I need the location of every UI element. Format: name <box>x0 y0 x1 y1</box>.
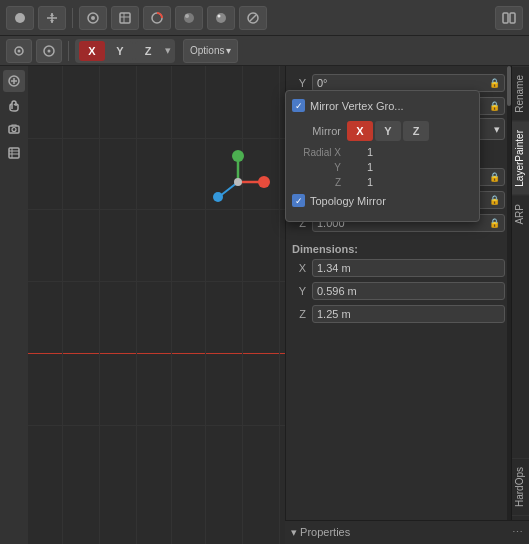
dots-icon[interactable]: ⋯ <box>512 526 523 539</box>
arp-tab[interactable]: ARP <box>512 195 529 233</box>
dimensions-title: Dimensions: <box>292 239 505 257</box>
bottom-bar: ▾ Properties ⋯ <box>285 520 529 544</box>
sidebar-toggle-btn[interactable] <box>495 6 523 30</box>
svg-point-27 <box>213 192 223 202</box>
radial-x-label: Radial X <box>292 147 347 158</box>
topology-mirror-checkbox[interactable]: ✓ <box>292 194 305 207</box>
table-tool-btn[interactable] <box>3 142 25 164</box>
header-row: X Y Z ▾ Options ▾ <box>0 36 529 66</box>
dim-x-field[interactable]: 1.34 m <box>312 259 505 277</box>
svg-rect-5 <box>120 13 130 23</box>
rotation-y-value: 0° <box>317 77 328 89</box>
dim-y-label: Y <box>292 285 312 297</box>
radial-z-value: 1 <box>347 176 377 188</box>
axis-z-btn[interactable]: Z <box>135 41 161 61</box>
svg-point-23 <box>258 176 270 188</box>
svg-point-20 <box>12 128 16 132</box>
svg-point-7 <box>184 13 194 23</box>
viewport-gizmo[interactable] <box>198 142 278 222</box>
radial-y-row: Y 1 <box>292 161 473 173</box>
mirror-y-btn[interactable]: Y <box>375 121 401 141</box>
dim-y-row: Y 0.596 m <box>292 280 505 302</box>
svg-rect-13 <box>510 13 515 23</box>
camera-tool-btn[interactable] <box>3 118 25 140</box>
svg-rect-12 <box>503 13 508 23</box>
snap-btn[interactable] <box>6 39 32 63</box>
radial-z-label: Z <box>292 177 347 188</box>
extra-btn[interactable] <box>239 6 267 30</box>
rotation-y-lock-icon: 🔒 <box>489 78 500 88</box>
dim-x-label: X <box>292 262 312 274</box>
mirror-popup: ✓ Mirror Vertex Gro... Mirror X Y Z Radi… <box>285 90 480 222</box>
dim-z-value: 1.25 m <box>317 308 351 320</box>
mirror-vertex-groups-row[interactable]: ✓ Mirror Vertex Gro... <box>292 97 473 114</box>
hardops-tab[interactable]: HardOps <box>512 458 529 515</box>
dim-z-label: Z <box>292 308 312 320</box>
radial-y-value: 1 <box>347 161 377 173</box>
svg-point-8 <box>185 14 189 18</box>
options-btn[interactable]: Options ▾ <box>183 39 238 63</box>
svg-point-15 <box>18 49 21 52</box>
separator-2 <box>68 41 69 61</box>
transform-btn[interactable] <box>38 6 66 30</box>
overlay-btn[interactable] <box>79 6 107 30</box>
material-btn[interactable] <box>175 6 203 30</box>
mirror-x-btn[interactable]: X <box>347 121 373 141</box>
dim-y-field[interactable]: 0.596 m <box>312 282 505 300</box>
mirror-axis-row: Mirror X Y Z <box>292 120 473 142</box>
rendered-btn[interactable] <box>207 6 235 30</box>
viewport[interactable] <box>28 66 313 544</box>
properties-footer-label[interactable]: ▾ Properties <box>291 526 350 539</box>
scroll-indicator <box>507 66 511 520</box>
dimensions-section: Dimensions: X 1.34 m Y 0.596 m Z 1.25 m <box>286 237 511 328</box>
mirror-label: Mirror <box>292 125 347 137</box>
rename-tab[interactable]: Rename <box>512 66 529 121</box>
topology-mirror-row[interactable]: ✓ Topology Mirror <box>292 192 473 209</box>
dim-y-value: 0.596 m <box>317 285 357 297</box>
svg-marker-2 <box>50 20 54 23</box>
dim-z-field[interactable]: 1.25 m <box>312 305 505 323</box>
dim-z-row: Z 1.25 m <box>292 303 505 325</box>
euler-chevron-icon: ▾ <box>494 123 500 136</box>
rotation-y-label: Y <box>292 77 312 89</box>
scale-x-lock-icon: 🔒 <box>489 172 500 182</box>
separator-1 <box>72 8 73 28</box>
svg-point-10 <box>218 14 221 17</box>
radial-z-row: Z 1 <box>292 176 473 188</box>
viewport-shading-btn[interactable] <box>6 6 34 30</box>
layer-painter-tab[interactable]: LayerPainter <box>512 121 529 195</box>
dim-x-value: 1.34 m <box>317 262 351 274</box>
axis-y-btn[interactable]: Y <box>107 41 133 61</box>
mirror-xyz-group: X Y Z <box>347 121 429 141</box>
grab-tool-btn[interactable] <box>3 94 25 116</box>
mirror-vertex-groups-label: Mirror Vertex Gro... <box>310 100 404 112</box>
scale-y-lock-icon: 🔒 <box>489 195 500 205</box>
render-shading-btn[interactable] <box>143 6 171 30</box>
radial-x-row: Radial X 1 <box>292 146 473 158</box>
viewport-overlay-btn[interactable] <box>111 6 139 30</box>
proportional-btn[interactable] <box>36 39 62 63</box>
svg-point-4 <box>91 16 95 20</box>
svg-point-28 <box>234 178 242 186</box>
scroll-thumb[interactable] <box>507 66 511 106</box>
svg-point-9 <box>216 13 226 23</box>
svg-marker-1 <box>50 13 54 16</box>
svg-rect-21 <box>9 148 19 158</box>
topology-mirror-label: Topology Mirror <box>310 195 386 207</box>
side-tabs: Rename LayerPainter ARP HardOps <box>511 66 529 544</box>
svg-point-25 <box>232 150 244 162</box>
mirror-z-btn[interactable]: Z <box>403 121 429 141</box>
svg-point-0 <box>15 13 25 23</box>
axis-x-btn[interactable]: X <box>79 41 105 61</box>
mirror-vertex-groups-checkbox[interactable]: ✓ <box>292 99 305 112</box>
svg-point-17 <box>48 49 51 52</box>
left-toolbar <box>0 66 28 544</box>
radial-y-label: Y <box>292 162 347 173</box>
radial-x-value: 1 <box>347 146 377 158</box>
add-tool-btn[interactable] <box>3 70 25 92</box>
rotation-z-lock-icon: 🔒 <box>489 101 500 111</box>
top-toolbar <box>0 0 529 36</box>
dim-x-row: X 1.34 m <box>292 257 505 279</box>
scale-z-lock-icon: 🔒 <box>489 218 500 228</box>
options-label: Options <box>190 45 224 56</box>
